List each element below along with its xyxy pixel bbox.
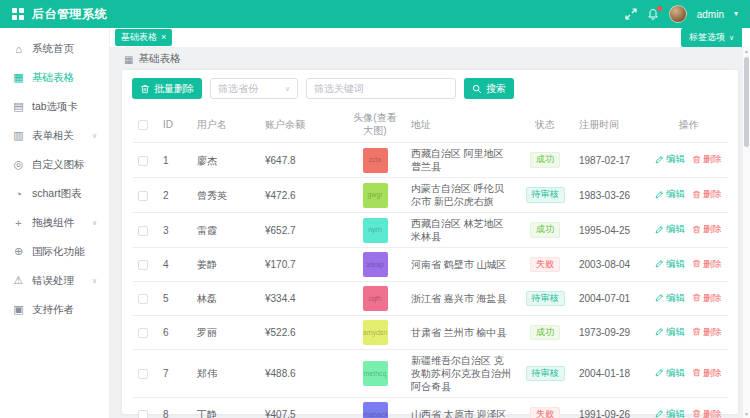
cell-avatar: amydsn [345,316,405,350]
column-header: 用户名 [191,106,259,143]
delete-button[interactable]: 删除 [692,326,722,338]
username: admin [697,9,724,20]
row-checkbox[interactable] [138,369,148,379]
delete-label: 删除 [703,223,722,235]
cell-address: 新疆维吾尔自治区 克孜勒苏柯尔克孜自治州 阿合奇县 [405,350,517,398]
avatar-image[interactable]: amydsn [363,320,388,345]
edit-button[interactable]: 编辑 [655,367,685,379]
cell-operations: 编辑删除 [649,316,728,350]
main-area: 基础表格 × 标签选项 ∨ ▦ 基础表格 批量删除 筛选省份 ∨ [110,28,750,418]
cell-balance: ¥472.6 [259,178,345,213]
row-checkbox[interactable] [138,226,148,236]
cell-balance: ¥652.7 [259,213,345,248]
search-button[interactable]: 搜索 [464,78,514,99]
batch-delete-button[interactable]: 批量删除 [132,78,202,99]
cell-avatar: cqfh [345,282,405,316]
row-checkbox[interactable] [138,294,148,304]
row-checkbox-cell [132,282,157,316]
tab-close-icon[interactable]: × [161,33,166,42]
chevron-down-icon: ∨ [92,277,97,285]
scrollbar-thumb[interactable] [744,57,749,147]
row-checkbox[interactable] [138,260,148,270]
sidebar-item-i18n[interactable]: ⊕国际化功能 [0,237,109,266]
cell-id: 2 [157,178,191,213]
avatar-image[interactable]: methcq [363,361,388,386]
cell-balance: ¥170.7 [259,248,345,282]
column-header: 账户余额 [259,106,345,143]
notification-dot [657,6,662,11]
delete-trash-icon [692,190,701,199]
sidebar-item-home[interactable]: ⌂系统首页 [0,34,109,63]
fullscreen-icon[interactable] [625,8,637,20]
edit-button[interactable]: 编辑 [655,326,685,338]
delete-button[interactable]: 删除 [692,292,722,304]
scroll-down-icon[interactable]: ▼ [743,410,750,418]
column-header: 头像(查看大图) [345,106,405,143]
cell-operations: 编辑删除 [649,282,728,316]
menu-grid-icon[interactable] [12,8,24,20]
sidebar-item-custom-icon[interactable]: ◎自定义图标 [0,150,109,179]
cell-id: 4 [157,248,191,282]
batch-delete-label: 批量删除 [154,82,194,96]
edit-label: 编辑 [666,367,685,379]
delete-button[interactable]: 删除 [692,258,722,270]
keyword-input[interactable] [306,78,456,99]
delete-trash-icon [692,293,701,302]
avatar-image[interactable]: afeap [363,252,388,277]
sidebar-item-drag[interactable]: +拖拽组件∨ [0,208,109,237]
province-filter-select[interactable]: 筛选省份 ∨ [210,78,298,99]
tab-basic-table[interactable]: 基础表格 × [115,29,172,46]
row-checkbox-cell [132,213,157,248]
edit-button[interactable]: 编辑 [655,223,685,235]
cell-username: 林磊 [191,282,259,316]
sidebar-item-donate[interactable]: ▣支持作者 [0,295,109,324]
logo: 后台管理系统 [12,6,107,23]
content-card: 批量删除 筛选省份 ∨ 搜索 ID用户名账户余额头像(查看大图)地址状态注册时间… [122,70,738,414]
avatar-image[interactable]: cqfh [363,286,388,311]
edit-button[interactable]: 编辑 [655,153,685,165]
avatar-image[interactable]: hhaback [363,402,388,418]
notification-bell-icon[interactable] [647,8,659,20]
tab-icon: ▤ [12,100,25,113]
delete-button[interactable]: 删除 [692,408,722,418]
delete-button[interactable]: 删除 [692,223,722,235]
sidebar-item-label: 基础表格 [32,71,97,85]
cell-avatar: methcq [345,350,405,398]
sidebar-item-label: 错误处理 [32,274,92,288]
edit-label: 编辑 [666,188,685,200]
scroll-up-icon[interactable]: ▲ [743,47,750,55]
sidebar-item-schart[interactable]: ◔schart图表 [0,179,109,208]
row-checkbox[interactable] [138,328,148,338]
row-checkbox[interactable] [138,410,148,418]
delete-button[interactable]: 删除 [692,153,722,165]
avatar-image[interactable]: gwgr [363,183,388,208]
edit-label: 编辑 [666,153,685,165]
avatar-image[interactable]: nyrh [363,218,388,243]
edit-button[interactable]: 编辑 [655,292,685,304]
table-row: 6罗丽¥522.6amydsn甘肃省 兰州市 榆中县成功1973-09-29编辑… [132,316,728,350]
row-checkbox[interactable] [138,191,148,201]
app-title: 后台管理系统 [32,6,107,23]
user-avatar[interactable] [669,5,687,23]
scrollbar[interactable]: ▲ ▼ [743,47,750,418]
cell-status: 待审核 [517,282,573,316]
delete-button[interactable]: 删除 [692,188,722,200]
delete-label: 删除 [703,292,722,304]
sidebar-item-basic-table[interactable]: ▦基础表格 [0,63,109,92]
sidebar-item-tabs[interactable]: ▤tab选项卡 [0,92,109,121]
sidebar-item-error[interactable]: ⚠错误处理∨ [0,266,109,295]
row-checkbox[interactable] [138,156,148,166]
edit-pencil-icon [655,155,664,164]
delete-button[interactable]: 删除 [692,367,722,379]
edit-button[interactable]: 编辑 [655,258,685,270]
sidebar-item-forms[interactable]: ▥表单相关∨ [0,121,109,150]
edit-button[interactable]: 编辑 [655,188,685,200]
select-all-checkbox[interactable] [138,120,148,130]
chart-icon: ◔ [12,188,25,200]
edit-button[interactable]: 编辑 [655,408,685,418]
avatar-image[interactable]: zctx [363,148,388,173]
user-menu-caret-icon[interactable]: ▾ [734,10,738,18]
cell-username: 雷霞 [191,213,259,248]
tab-options-button[interactable]: 标签选项 ∨ [681,28,742,47]
cell-username: 丁静 [191,398,259,418]
